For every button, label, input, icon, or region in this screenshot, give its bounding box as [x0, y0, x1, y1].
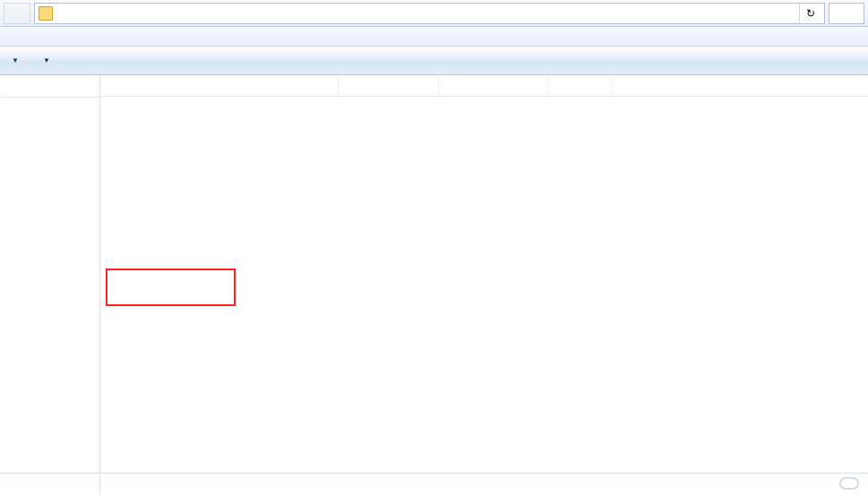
drive-label[interactable] [0, 474, 100, 495]
include-in-library-button[interactable]: ▼ [9, 56, 19, 64]
menu-bar [0, 27, 868, 47]
sidebar-divider [2, 97, 99, 98]
watermark [839, 477, 863, 490]
chevron-down-icon: ▼ [43, 56, 50, 64]
address-bar: ↻ [0, 0, 868, 27]
sidebar [0, 75, 100, 474]
chevron-down-icon: ▼ [12, 56, 19, 64]
column-headers [100, 75, 868, 97]
refresh-button[interactable]: ↻ [799, 4, 821, 23]
col-size-header[interactable] [548, 75, 613, 96]
nav-back-button[interactable] [4, 3, 30, 24]
search-input[interactable] [829, 3, 864, 24]
breadcrumb[interactable]: ↻ [34, 3, 825, 24]
file-list[interactable] [100, 75, 868, 474]
sidebar-item[interactable] [2, 86, 99, 91]
main [0, 75, 868, 474]
toolbar: ▼ ▼ [0, 47, 868, 75]
col-name-header[interactable] [100, 75, 339, 96]
share-button[interactable]: ▼ [40, 56, 50, 64]
folder-icon [39, 6, 53, 21]
divider [0, 473, 868, 474]
col-type-header[interactable] [439, 75, 548, 96]
sidebar-item[interactable] [2, 108, 99, 114]
col-date-header[interactable] [339, 75, 439, 96]
cloud-icon [839, 477, 859, 490]
